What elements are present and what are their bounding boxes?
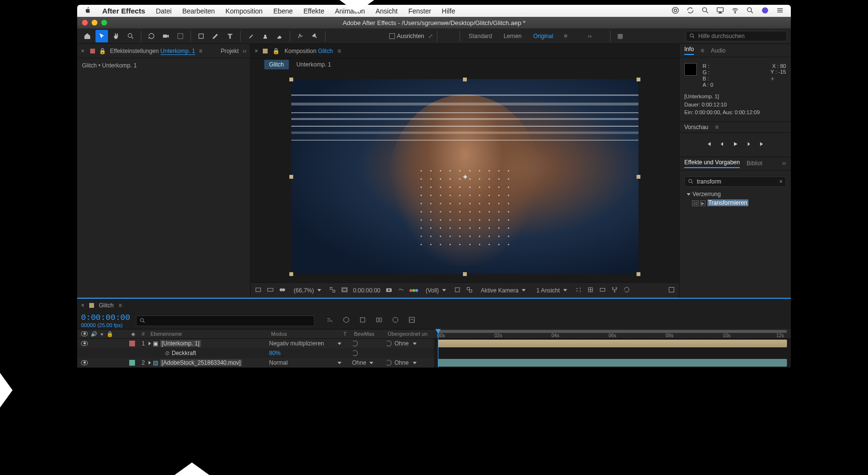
pixel-aspect-icon[interactable] bbox=[575, 286, 582, 295]
effect-item-transformieren[interactable]: 32 ▶ Transformieren bbox=[692, 199, 787, 206]
timeline-search-input[interactable] bbox=[136, 316, 314, 326]
hand-tool-icon[interactable] bbox=[110, 30, 122, 42]
parent-dropdown[interactable]: Ohne bbox=[386, 359, 430, 366]
safe-zones-icon[interactable] bbox=[341, 286, 348, 295]
tab-komposition[interactable]: Komposition Glitch bbox=[285, 48, 333, 54]
channel-colors-icon[interactable] bbox=[409, 289, 418, 292]
eraser-tool-icon[interactable] bbox=[273, 30, 286, 42]
puppet-pin-tool-icon[interactable] bbox=[309, 30, 321, 42]
first-frame-icon[interactable] bbox=[705, 141, 712, 149]
transparency-grid-icon[interactable] bbox=[466, 286, 473, 295]
wifi-icon[interactable] bbox=[731, 6, 739, 16]
solo-column-icon[interactable]: ● bbox=[100, 331, 104, 337]
tab-library[interactable]: Bibliot bbox=[746, 160, 762, 167]
cc-icon[interactable] bbox=[671, 6, 679, 16]
shy-toggle-icon[interactable] bbox=[359, 316, 366, 325]
flowchart-icon[interactable] bbox=[611, 286, 618, 295]
workspace-lernen[interactable]: Lernen bbox=[499, 33, 526, 40]
fast-preview-icon[interactable] bbox=[587, 286, 594, 295]
workspace-switcher-icon[interactable]: ▦ bbox=[614, 32, 626, 40]
selection-handle[interactable] bbox=[637, 175, 640, 179]
opacity-value[interactable]: 80% bbox=[269, 350, 341, 356]
align-checkbox[interactable]: Ausrichten⤢ bbox=[389, 33, 433, 40]
blend-mode-dropdown[interactable]: Negativ multiplizieren bbox=[269, 340, 341, 347]
zoom-dropdown[interactable]: (66,7%) bbox=[291, 287, 324, 294]
pickwhip-icon[interactable] bbox=[352, 341, 358, 346]
timeline-ruler[interactable]: 00s 02s 04s 06s 08s 10s 12s bbox=[434, 329, 791, 368]
comp-mini-flowchart-icon[interactable] bbox=[326, 316, 334, 325]
menu-fenster[interactable]: Fenster bbox=[408, 7, 431, 15]
close-panel-icon[interactable]: × bbox=[81, 48, 86, 54]
channel-toggle-icon[interactable] bbox=[267, 286, 274, 295]
selection-handle[interactable] bbox=[289, 272, 293, 276]
menu-bearbeiten[interactable]: Bearbeiten bbox=[182, 7, 215, 15]
menu-effekte[interactable]: Effekte bbox=[303, 7, 324, 15]
layer-row-2[interactable]: 2 ▤[AdobeStock_251863340.mov] Normal Ohn… bbox=[77, 358, 434, 368]
maximize-panel-icon[interactable] bbox=[668, 286, 675, 295]
expand-layer-icon[interactable] bbox=[149, 361, 151, 365]
pickwhip-icon[interactable] bbox=[386, 360, 392, 366]
audio-column-icon[interactable]: 🔊 bbox=[91, 331, 97, 337]
clone-stamp-tool-icon[interactable] bbox=[259, 30, 271, 42]
mask-toggle-icon[interactable] bbox=[279, 286, 286, 295]
effects-search-input[interactable]: transform × bbox=[684, 176, 786, 187]
timeline-button-icon[interactable] bbox=[599, 286, 606, 295]
roto-brush-tool-icon[interactable] bbox=[294, 30, 307, 42]
menu-komposition[interactable]: Komposition bbox=[226, 7, 263, 15]
snapshot-icon[interactable] bbox=[385, 286, 393, 295]
close-panel-icon[interactable]: × bbox=[255, 48, 258, 54]
tab-effects-presets[interactable]: Effekte und Vorgaben bbox=[684, 159, 740, 168]
parent-dropdown[interactable]: Ohne bbox=[386, 340, 430, 347]
workspace-original[interactable]: Original bbox=[529, 33, 558, 40]
anchor-point-icon[interactable]: ✦ bbox=[462, 172, 468, 181]
close-window-icon[interactable] bbox=[82, 20, 88, 26]
composition-canvas[interactable]: ✦ bbox=[291, 79, 638, 274]
minimize-window-icon[interactable] bbox=[92, 20, 97, 26]
selection-handle[interactable] bbox=[289, 78, 293, 81]
playhead[interactable] bbox=[438, 329, 438, 368]
layer-bar-2[interactable] bbox=[438, 359, 787, 367]
rectangle-tool-icon[interactable] bbox=[195, 30, 207, 42]
workspace-standard[interactable]: Standard bbox=[464, 33, 497, 40]
pickwhip-icon[interactable] bbox=[352, 350, 358, 356]
menu-datei[interactable]: Datei bbox=[156, 7, 172, 15]
menu-hilfe[interactable]: Hilfe bbox=[442, 7, 455, 15]
alpha-toggle-icon[interactable] bbox=[255, 286, 262, 295]
menu-list-icon[interactable] bbox=[776, 6, 784, 16]
layer-bar-1[interactable] bbox=[438, 340, 787, 347]
camera-tool-icon[interactable] bbox=[160, 30, 172, 42]
current-timecode[interactable]: 0:00:00:00 bbox=[81, 313, 130, 322]
active-camera-dropdown[interactable]: Aktive Kamera bbox=[478, 287, 529, 294]
pickwhip-icon[interactable] bbox=[386, 341, 392, 346]
tab-info[interactable]: Info bbox=[684, 46, 694, 55]
expand-layer-icon[interactable] bbox=[149, 342, 151, 345]
help-search-input[interactable]: Hilfe durchsuchen bbox=[686, 31, 787, 41]
maximize-window-icon[interactable] bbox=[101, 20, 107, 26]
last-frame-icon[interactable] bbox=[759, 141, 766, 149]
selection-tool-icon[interactable] bbox=[95, 30, 108, 42]
track-matte-dropdown[interactable]: Ohne bbox=[352, 359, 386, 366]
menu-ansicht[interactable]: Ansicht bbox=[376, 7, 398, 15]
next-frame-icon[interactable] bbox=[746, 141, 752, 149]
property-row-deckkraft[interactable]: ⊘ Deckkraft 80% bbox=[77, 348, 434, 358]
clear-search-icon[interactable]: × bbox=[779, 178, 783, 185]
timecode-display[interactable]: 0:00:00:00 bbox=[353, 287, 380, 294]
draft-3d-icon[interactable] bbox=[342, 316, 350, 325]
brush-tool-icon[interactable] bbox=[244, 30, 257, 42]
region-of-interest-icon[interactable] bbox=[454, 286, 461, 295]
sync-icon[interactable] bbox=[686, 6, 694, 16]
resolution-dropdown[interactable]: (Voll) bbox=[423, 287, 449, 294]
pen-tool-icon[interactable] bbox=[209, 30, 222, 42]
selection-handle[interactable] bbox=[637, 272, 640, 276]
panel-menu-icon[interactable]: ≡ bbox=[119, 302, 122, 309]
layer-label-icon[interactable] bbox=[129, 360, 135, 366]
orbit-tool-icon[interactable] bbox=[145, 30, 158, 42]
visibility-toggle-icon[interactable] bbox=[81, 341, 88, 346]
pan-behind-tool-icon[interactable] bbox=[174, 30, 187, 42]
layer-row-1[interactable]: 1 ▣[Unterkomp. 1] Negativ multiplizieren… bbox=[77, 339, 434, 348]
graph-editor-icon[interactable] bbox=[408, 316, 416, 325]
text-tool-icon[interactable] bbox=[224, 30, 236, 42]
label-column-icon[interactable]: ◆ bbox=[129, 331, 138, 337]
airplay-icon[interactable] bbox=[716, 6, 724, 16]
siri-icon[interactable] bbox=[761, 6, 769, 16]
